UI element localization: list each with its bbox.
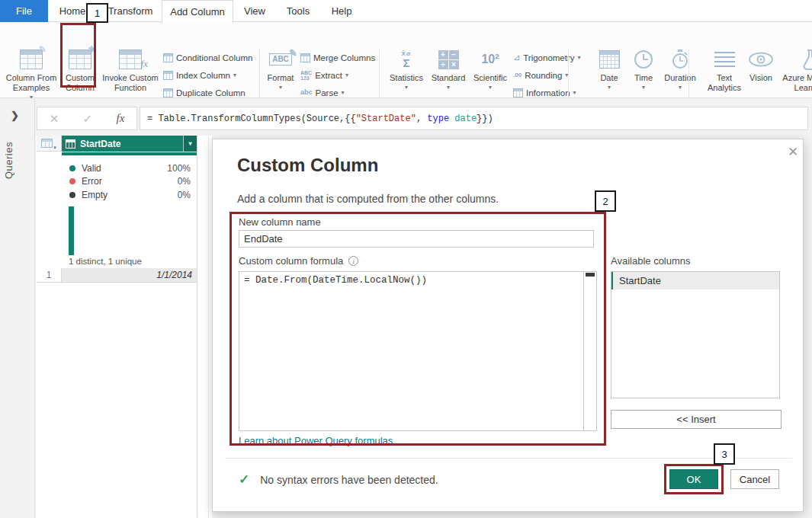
formula-editor-input[interactable]: = Date.From(DateTime.LocalNow()) <box>239 272 583 430</box>
duplicate-column-icon <box>163 88 173 98</box>
column-filter-dropdown[interactable]: ▾ <box>183 136 197 152</box>
vision-button[interactable]: Vision <box>745 47 777 105</box>
date-button[interactable]: Date ▾ <box>592 47 627 105</box>
expand-queries-chevron-icon[interactable]: ❯ <box>11 110 19 121</box>
cancel-button[interactable]: Cancel <box>730 469 779 489</box>
scientific-button[interactable]: 10² Scientific ▾ <box>470 47 511 105</box>
queries-pane-label[interactable]: Queries <box>3 142 14 179</box>
statistics-button[interactable]: X̄σΣ Statistics ▾ <box>386 47 427 105</box>
annotation-step-1: 1 <box>86 3 108 23</box>
custom-column-button[interactable]: ✱ Custom Column <box>63 47 98 105</box>
table-custom-icon: ✱ <box>69 50 91 69</box>
dropdown-caret-icon: ▾ <box>447 84 450 91</box>
formula-editor: = Date.From(DateTime.LocalNow()) <box>239 271 597 431</box>
eye-icon <box>747 50 775 69</box>
formula-bar-input[interactable]: = Table.TransformColumnTypes(Source,{{"S… <box>140 107 808 130</box>
merge-columns-icon <box>300 53 310 62</box>
duration-button[interactable]: Duration ▾ <box>659 47 701 105</box>
learn-formulas-link[interactable]: Learn about Power Query formulas <box>239 435 393 446</box>
dropdown-caret-icon: ▾ <box>578 54 581 61</box>
column-quality-panel: Valid 100% Error 0% Empty 0% 1 distinct,… <box>62 156 197 267</box>
rounding-button[interactable]: .00 Rounding ▾ <box>513 68 571 82</box>
empty-dot-icon <box>69 192 75 198</box>
tab-transform[interactable]: Transform <box>99 0 162 22</box>
column-header-startdate[interactable]: StartDate ▾ <box>62 136 197 152</box>
dialog-separator <box>225 458 792 459</box>
pencil-icon: ✎ <box>39 44 47 55</box>
dropdown-caret-icon: ▾ <box>279 84 282 91</box>
date-column-type-icon[interactable] <box>66 139 75 149</box>
azure-machine-learning-button[interactable]: Azure Machine Learning <box>778 47 812 105</box>
error-dot-icon <box>69 178 75 184</box>
list-item-startdate[interactable]: StartDate <box>611 272 779 289</box>
format-abc-icon: ABC✎ <box>269 53 292 66</box>
index-column-button[interactable]: Index Column ▾ <box>163 68 239 82</box>
new-column-name-label: New column name <box>239 216 321 228</box>
formula-cancel-icon[interactable]: ✕ <box>50 112 59 126</box>
conditional-column-button[interactable]: Conditional Column <box>163 50 255 65</box>
standard-operators-icon: +− ÷× <box>438 50 459 69</box>
dropdown-caret-icon: ▾ <box>53 145 56 151</box>
dropdown-caret-icon: ▾ <box>405 84 408 91</box>
annotation-step-2: 2 <box>595 190 616 212</box>
column-quality-bar[interactable] <box>62 152 197 155</box>
row-number-cell[interactable]: 1 <box>37 268 62 283</box>
fx-icon: fx <box>116 112 124 125</box>
tab-view[interactable]: View <box>233 0 276 22</box>
time-button[interactable]: Time ▾ <box>627 47 660 105</box>
conditional-column-icon <box>163 53 173 62</box>
dropdown-caret-icon: ▾ <box>233 72 236 78</box>
info-icon[interactable]: i <box>348 256 358 266</box>
custom-column-formula-label: Custom column formula i <box>239 255 358 267</box>
formula-commit-icon[interactable]: ✓ <box>83 112 93 126</box>
check-icon: ✓ <box>239 472 249 488</box>
column-from-examples-button[interactable]: ✎ Column From Examples ▾ <box>2 47 61 105</box>
formula-keyword-token: type <box>427 114 449 124</box>
tab-file[interactable]: File <box>0 0 48 22</box>
formula-code: = Table.TransformColumnTypes(Source,{{ <box>147 114 356 124</box>
rounding-icon: .00 <box>513 72 522 78</box>
valid-dot-icon <box>69 165 75 171</box>
tab-tools[interactable]: Tools <box>276 0 320 22</box>
statistics-sigma-icon: X̄σΣ <box>402 51 412 69</box>
available-columns-list[interactable]: StartDate <box>611 271 780 398</box>
ok-button[interactable]: OK <box>669 469 718 489</box>
table-examples-icon: ✎ <box>20 50 43 69</box>
parse-abc-icon: abc <box>300 89 313 96</box>
merge-columns-button[interactable]: Merge Columns <box>300 50 378 65</box>
dropdown-caret-icon: ▾ <box>342 89 345 96</box>
column-border <box>208 136 209 518</box>
dropdown-caret-icon: ▾ <box>679 84 682 91</box>
information-icon <box>513 88 523 98</box>
syntax-status: ✓ No syntax errors have been detected. <box>239 472 438 488</box>
text-analytics-button[interactable]: Text Analytics <box>703 47 746 105</box>
formula-scrollbar[interactable] <box>583 272 596 430</box>
new-column-name-input[interactable] <box>239 230 594 248</box>
tab-help[interactable]: Help <box>320 0 363 22</box>
stopwatch-icon <box>670 48 690 71</box>
annotation-step-3: 3 <box>714 443 735 465</box>
quality-error-row: Error 0% <box>62 174 197 188</box>
scrollbar-thumb[interactable] <box>586 273 595 277</box>
custom-column-dialog: ✕ Custom Column Add a column that is com… <box>212 139 804 512</box>
tab-add-column[interactable]: Add Column <box>162 0 233 23</box>
select-all-cell[interactable]: ▾ <box>37 136 62 152</box>
sparkle-icon: ✱ <box>88 44 95 55</box>
standard-button[interactable]: +− ÷× Standard ▾ <box>428 47 469 105</box>
dropdown-caret-icon: ▾ <box>489 84 492 91</box>
invoke-custom-function-button[interactable]: fx Invoke Custom Function <box>99 47 162 105</box>
trigonometry-button[interactable]: ⊿ Trigonometry ▾ <box>513 50 584 65</box>
pencil-icon: ✎ <box>289 47 297 59</box>
text-lines-icon <box>714 52 735 67</box>
distinct-unique-summary: 1 distinct, 1 unique <box>69 257 142 266</box>
data-cell-startdate[interactable]: 1/1/2014 <box>62 268 197 283</box>
extract-abc123-icon: ABC123 <box>300 70 312 81</box>
extract-button[interactable]: ABC123 Extract ▾ <box>300 68 351 82</box>
table-fx-icon: fx <box>119 50 142 69</box>
close-icon[interactable]: ✕ <box>785 143 801 160</box>
column-border <box>197 136 197 518</box>
value-distribution-bar <box>69 206 74 255</box>
dropdown-caret-icon: ▾ <box>642 84 645 91</box>
insert-button[interactable]: << Insert <box>611 410 782 429</box>
format-button[interactable]: ABC✎ Format ▾ <box>262 47 299 105</box>
